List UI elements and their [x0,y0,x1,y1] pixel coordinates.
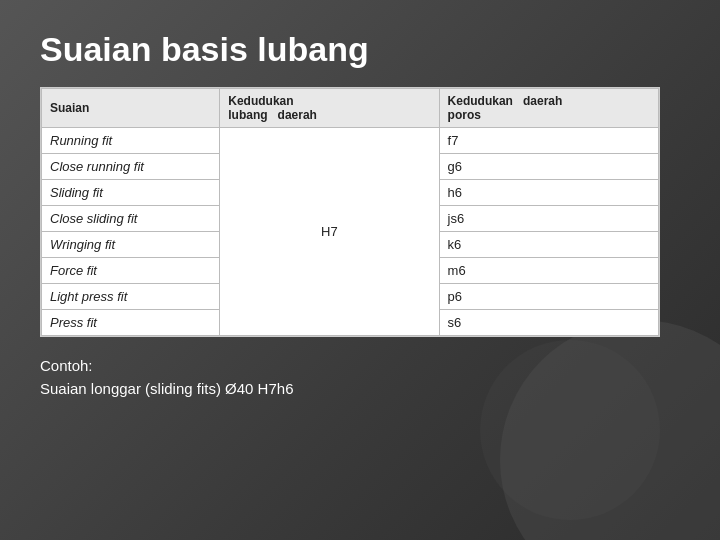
cell-suaian: Running fit [42,128,220,154]
cell-poros: s6 [439,310,658,336]
cell-suaian: Press fit [42,310,220,336]
footer-line1: Contoh: [40,355,680,378]
header-kedlubang: Kedudukan lubang daerah [220,89,439,128]
header-kedporos: Kedudukan daerah poros [439,89,658,128]
cell-poros: f7 [439,128,658,154]
cell-poros: k6 [439,232,658,258]
cell-poros: m6 [439,258,658,284]
footer-text: Contoh: Suaian longgar (sliding fits) Ø4… [40,355,680,400]
cell-suaian: Wringing fit [42,232,220,258]
page-title: Suaian basis lubang [40,30,680,69]
cell-suaian: Close running fit [42,154,220,180]
cell-suaian: Force fit [42,258,220,284]
slide: Suaian basis lubang Suaian Kedudukan lub… [0,0,720,540]
cell-poros: h6 [439,180,658,206]
footer-line2: Suaian longgar (sliding fits) Ø40 H7h6 [40,378,680,401]
cell-h7: H7 [220,128,439,336]
cell-poros: g6 [439,154,658,180]
cell-suaian: Light press fit [42,284,220,310]
table-row: Running fitH7f7 [42,128,659,154]
cell-suaian: Close sliding fit [42,206,220,232]
cell-suaian: Sliding fit [42,180,220,206]
cell-poros: p6 [439,284,658,310]
cell-poros: js6 [439,206,658,232]
table-wrapper: Suaian Kedudukan lubang daerah Kedudukan… [40,87,660,337]
fits-table: Suaian Kedudukan lubang daerah Kedudukan… [41,88,659,336]
header-suaian: Suaian [42,89,220,128]
